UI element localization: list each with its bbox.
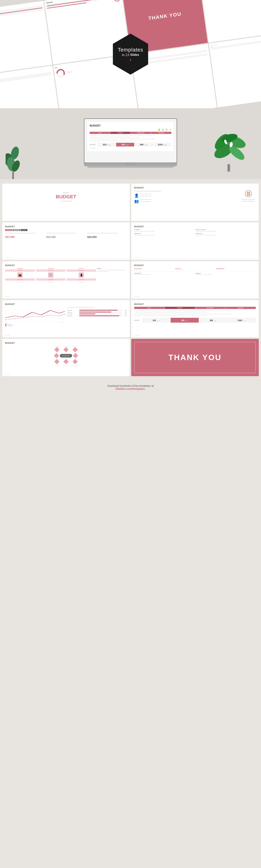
- bars-col-saving: Lorem ipsum dolor sit amet consectetur a…: [87, 232, 127, 239]
- diamond-node-2: Lorem Ipsum: [63, 346, 69, 351]
- pricing-rows: [134, 310, 256, 316]
- row-4: [90, 140, 139, 141]
- svg-rect-7: [227, 164, 230, 172]
- price-1: $19 / year: [98, 144, 115, 146]
- process-date: 11/5/2022: [5, 296, 10, 297]
- mindmap-text-2: Lorem ipsum dolor sit: [175, 269, 215, 270]
- process-col-2: SOLUTION Lorem ipsum 🔧 Lorem ipsum Lorem…: [36, 268, 66, 283]
- diamond-node-bottom-2: Lorem Ipsum: [63, 360, 69, 366]
- diamonds-date: 11/5/2022: [5, 374, 10, 375]
- laptop-icon-2: 📊: [162, 129, 164, 131]
- planning-title: BUDGET: [134, 225, 256, 228]
- chart-legend-2: Lorem Ipsum: [5, 325, 65, 326]
- mindmap-date: 11/5/2022: [134, 296, 139, 297]
- cover-content: 24SLIDES BUDGET Powerpoint Template: [5, 187, 127, 207]
- planning-date: 11/5/2022: [134, 257, 139, 258]
- planning-item-1: PLANNING Lorem ipsum dolor sit amet cons…: [134, 229, 194, 232]
- process-col-1: PROBLEM Lorem ipsum 💼 Lorem ipsum Lorem …: [5, 268, 35, 283]
- slide-chart: BUDGET 1/1/22 12/31/22: [2, 300, 130, 337]
- slides-row-2: BUDGET BUDGET SPENDING SAVING Lorem ipsu…: [0, 222, 261, 260]
- process-text-2: Lorem ipsum dolor: [36, 281, 66, 283]
- bars-value-spending: $15,350: [46, 236, 86, 239]
- process-icon-3: 📱: [79, 272, 84, 278]
- chart-legend-1: Lorem Ipsum: [5, 324, 65, 325]
- diamond-left: [54, 353, 59, 358]
- slides-row-5: BUDGET Lorem Ipsum Lorem Ipsum Lorem Ips…: [0, 338, 261, 377]
- chart-desc: Lorem ipsum dolor sit amet consectetur a…: [67, 307, 127, 308]
- process-label-4: IMPACT: [97, 268, 127, 269]
- planning-grid: PLANNING Lorem ipsum dolor sit amet cons…: [134, 229, 256, 236]
- planning-text-2: Lorem ipsum dolor sit amet consectetur a…: [196, 230, 256, 232]
- pricing-tab-standart: STANDART: [165, 307, 195, 309]
- bars-title: BUDGET: [5, 225, 127, 228]
- mindmap-text-4: Lorem ipsum dolor sit amet consectetur: [134, 274, 194, 275]
- laptop-tab-standart: STANDART: [110, 132, 131, 134]
- progress-row-4: Lorem Ipsum 94%: [67, 315, 127, 316]
- pricing-price-1: $19 / year: [142, 318, 170, 322]
- price-4: $100 / year: [154, 144, 171, 146]
- diamond-node-bottom-3: Lorem Ipsum: [72, 360, 78, 366]
- progress-row-2: Lorem Ipsum 75%: [67, 312, 127, 313]
- chart-date: 11/5/2022: [5, 335, 10, 336]
- overview-title: BUDGET: [134, 187, 256, 189]
- planning-label-2: WHAT IF ANALYSIS: [196, 229, 256, 230]
- slide-mindmap: BUDGET TOUCHPOINT Lorem ipsum dolor sit …: [131, 261, 259, 299]
- planning-label-3: REPORTING: [134, 233, 194, 234]
- slide-process: BUDGET PROBLEM Lorem ipsum 💼 Lorem ipsum…: [2, 261, 130, 299]
- planning-label-1: PLANNING: [134, 229, 194, 230]
- diamond-node-3: Lorem Ipsum: [72, 346, 78, 351]
- row-2: [90, 137, 139, 138]
- chart-title: BUDGET: [5, 303, 127, 305]
- footer: Download hundreds of free templates at 2…: [0, 381, 261, 394]
- hero-thankyou-text: THANK YOU: [148, 11, 182, 22]
- laptop-bottom: [88, 166, 173, 168]
- slides-row-1: 24SLIDES BUDGET Powerpoint Template BUDG…: [0, 183, 261, 222]
- diamonds-center-label: BUDGETING: [60, 354, 72, 358]
- planning-text-3: Lorem ipsum dolor sit amet consectetur a…: [134, 235, 194, 236]
- process-label-3: ACTIVITY: [67, 268, 96, 269]
- pricing-budget-label: BUDGET: [134, 320, 142, 321]
- laptop-section: BUDGET 💰 📊 📋 ⭐ BASIC STANDART PROFESSION…: [0, 108, 261, 179]
- row-1: [90, 135, 155, 136]
- pricing-tab-experience: EXPERIENCE: [226, 307, 256, 309]
- slide-budget-planning: BUDGET PLANNING Lorem ipsum dolor sit am…: [131, 222, 259, 260]
- laptop-tab-professional: PROFESSIONAL: [131, 132, 151, 134]
- pct-2: 75%: [123, 312, 127, 313]
- plant-right-decoration: [213, 123, 250, 172]
- pct-3: 38%: [123, 313, 127, 315]
- process-title: BUDGET: [5, 264, 127, 267]
- mindmap-item-3: INTERMEDIATE Lorem ipsum dolor sit: [216, 268, 256, 270]
- slide-diamonds: BUDGET Lorem Ipsum Lorem Ipsum Lorem Ips…: [2, 339, 130, 376]
- pricing-price-2: $39 / year: [171, 318, 199, 322]
- hero-slide-8: BUDGETING $...: [209, 33, 261, 107]
- bars-value-budget: $37,500: [5, 236, 45, 239]
- process-icon-1: 💼: [17, 272, 23, 278]
- planning-text-4: Lorem ipsum dolor sit amet consectetur a…: [196, 235, 256, 236]
- pricing-title: BUDGET: [134, 303, 256, 305]
- laptop-icon-1: 💰: [158, 129, 160, 131]
- diamond-node-bottom-1: Lorem Ipsum: [54, 360, 60, 366]
- footer-link[interactable]: 24slides.com/templates.: [116, 388, 145, 390]
- laptop-screen: BUDGET 💰 📊 📋 ⭐ BASIC STANDART PROFESSION…: [84, 118, 177, 163]
- calculator-icon: 🧮: [245, 190, 252, 197]
- badge-download-icon: ⬇: [129, 59, 132, 62]
- laptop-icon-4: ⭐: [169, 129, 171, 131]
- mindmap-item-1: TOUCHPOINT Lorem ipsum dolor sit: [134, 268, 174, 270]
- bars-col-budget: Lorem ipsum dolor sit amet consectetur a…: [5, 232, 45, 239]
- hero-section: BUDGET BUDGET ⚙ THANK YOU BUDGET 90%: [0, 0, 261, 108]
- mindmap-item-2: PROCESS Lorem ipsum dolor sit: [175, 268, 215, 270]
- bars-date: 11/5/2022: [5, 257, 10, 258]
- bars-value-saving: $20,600: [87, 236, 127, 239]
- slide-pricing: BUDGET BASIC STANDART PROFESSIONAL EXPER…: [131, 300, 259, 337]
- planning-text-1: Lorem ipsum dolor sit amet consectetur a…: [134, 230, 194, 232]
- footer-text: Download hundreds of free templates at 2…: [4, 384, 257, 390]
- badge-brand-name: Slides: [130, 53, 139, 57]
- planning-label-4: BUDGETING: [196, 233, 256, 234]
- mindmap-text-5: Lorem ipsum dolor sit amet consectetur: [196, 274, 256, 275]
- laptop-tab-basic: BASIC: [90, 132, 110, 134]
- hero-slide-1: BUDGET: [0, 1, 52, 75]
- pricing-tab-basic: BASIC: [134, 307, 164, 309]
- overview-right-text: Lorem ipsum dolor sit amet consectetur a…: [241, 198, 256, 202]
- laptop-base: [84, 163, 177, 166]
- price-2: $39 / year: [117, 144, 134, 146]
